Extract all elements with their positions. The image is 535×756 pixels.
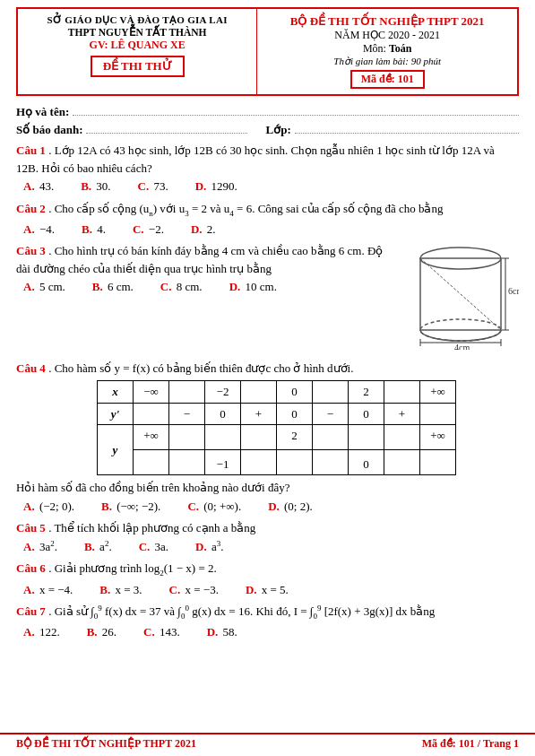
q7-c: C. 143. [143,623,180,641]
q4-text: . Cho hàm số y = f(x) có bảng biến thiên… [48,361,353,375]
q5-b: B. a2. [84,538,112,556]
q4-b: B. (−∞; −2). [101,498,160,516]
school-text: THPT NGUYỄN TẤT THÀNH [27,26,247,39]
ho-ten-label: Họ và tên: [16,105,69,119]
table-row-y-top: y +∞ 2 +∞ [98,425,456,450]
q6-answers: A. x = −4. B. x = 3. C. x = −3. D. x = 5… [16,581,519,599]
ma-de-value: 101 [398,73,414,85]
q4-answers: A. (−2; 0). B. (−∞; −2). C. (0; +∞). D. … [16,498,519,516]
q1-a: A. 43. [23,178,54,196]
q1-b: B. 30. [81,178,110,196]
footer: BỘ ĐỀ THI TỐT NGHIỆP THPT 2021 Mã đề: 10… [0,733,535,751]
q3-answers: A. 5 cm. B. 6 cm. C. 8 cm. D. 10 cm. [16,278,393,296]
q2-a: A. −4. [23,221,55,239]
q3-label: Câu 3 [16,244,46,257]
q2-d: D. 2. [191,221,216,239]
q7-text: . Giả sử [48,604,91,618]
q5-answers: A. 3a2. B. a2. C. 3a. D. a3. [16,538,519,556]
q1-text: . Lớp 12A có 43 học sinh, lớp 12B có 30 … [16,143,495,175]
q1-d: D. 1290. [195,178,237,196]
ma-de-label: Mã đề: [361,73,395,85]
header-right: BỘ ĐỀ THI TỐT NGHIỆP THPT 2021 NĂM HỌC 2… [257,9,517,94]
time-value: 90 phút [411,56,441,66]
q6-b: B. x = 3. [99,581,142,599]
form-section: Họ và tên: Số báo danh: Lớp: [16,103,519,137]
q5-text: . Thể tích khối lập phương có cạnh a bằn… [48,521,255,534]
exam-badge: ĐỀ THI THỬ [91,56,185,77]
variation-table: x −∞ −2 0 2 +∞ y' − [97,380,456,475]
q4-subquestion: Hỏi hàm số đã cho đồng biến trên khoảng … [16,479,519,497]
q3-b: B. 6 cm. [92,278,134,296]
q6-text: . Giải phương trình log2(1 − x) = 2. [48,561,217,575]
q3-a: A. 5 cm. [23,278,65,296]
q3-text: . Cho hình trụ có bán kính đáy bằng 4 cm… [16,244,383,275]
variation-table-wrapper: x −∞ −2 0 2 +∞ y' − [34,380,519,475]
q4-a: A. (−2; 0). [23,498,74,516]
so-bao-danh-label: Số báo danh: [16,123,82,137]
ma-de-badge: Mã đề: 101 [350,70,425,89]
q7-b: B. 26. [87,623,116,641]
table-row-x: x −∞ −2 0 2 +∞ [98,381,456,404]
question-5: Câu 5 . Thể tích khối lập phương có cạnh… [16,519,519,555]
q1-label: Câu 1 [16,143,46,157]
q7-integral-expr: ∫09 f(x) dx = 37 và ∫00 g(x) dx = 16. Kh… [91,604,435,618]
q2-b: B. 4. [82,221,106,239]
teacher-text: GV: LÊ QUANG XE [27,39,247,52]
ministry-text: SỞ GIÁO DỤC VÀ ĐÀO TẠO GIA LAI [27,14,247,26]
q3-d: D. 10 cm. [229,278,277,296]
svg-text:6cm: 6cm [508,286,519,296]
q4-d: D. (0; 2). [268,498,313,516]
footer-right: Mã đề: 101 / Trang 1 [422,737,519,751]
q6-c: C. x = −3. [169,581,219,599]
q5-a: A. 3a2. [23,538,57,556]
q3-c: C. 8 cm. [160,278,203,296]
q2-text: . Cho cấp số cộng (un) với u3 = 2 và u4 … [48,202,443,215]
cylinder-svg: 6cm 4cm [402,242,519,350]
q7-answers: A. 122. B. 26. C. 143. D. 58. [16,623,519,641]
subject-value: Toán [389,42,412,55]
q2-c: C. −2. [133,221,164,239]
q6-d: D. x = 5. [246,581,289,599]
q4-label: Câu 4 [16,361,46,375]
question-4: Câu 4 . Cho hàm số y = f(x) có bảng biến… [16,360,519,516]
q3-text-section: Câu 3 . Cho hình trụ có bán kính đáy bằn… [16,242,393,296]
question-7: Câu 7 . Giả sử ∫09 f(x) dx = 37 và ∫00 g… [16,603,519,641]
question-1: Câu 1 . Lớp 12A có 43 học sinh, lớp 12B … [16,142,519,196]
subject-label: Môn: [363,42,386,55]
lop-label: Lớp: [265,123,290,137]
q5-c: C. 3a. [139,538,168,556]
q7-d: D. 58. [207,623,237,641]
question-6: Câu 6 . Giải phương trình log2(1 − x) = … [16,560,519,598]
question-2: Câu 2 . Cho cấp số cộng (un) với u3 = 2 … [16,200,519,239]
header: SỞ GIÁO DỤC VÀ ĐÀO TẠO GIA LAI THPT NGUY… [16,7,519,96]
footer-left: BỘ ĐỀ THI TỐT NGHIỆP THPT 2021 [16,737,196,751]
q4-c: C. (0; +∞). [187,498,241,516]
svg-text:4cm: 4cm [454,343,470,350]
question-3: Câu 3 . Cho hình trụ có bán kính đáy bằn… [16,242,519,355]
q1-answers: A. 43. B. 30. C. 73. D. 1290. [16,178,519,196]
table-row-yprime: y' − 0 + 0 − 0 + [98,403,456,425]
q6-label: Câu 6 [16,561,46,575]
q6-a: A. x = −4. [23,581,73,599]
cylinder-diagram: 6cm 4cm [402,242,519,355]
time-line: Thời gian làm bài: 90 phút [266,56,508,67]
q5-label: Câu 5 [16,521,46,534]
q5-d: D. a3. [195,538,223,556]
header-left: SỞ GIÁO DỤC VÀ ĐÀO TẠO GIA LAI THPT NGUY… [18,9,257,94]
q7-a: A. 122. [23,623,60,641]
q7-label: Câu 7 [16,604,46,618]
table-row-y-bot: −1 0 [98,450,456,475]
q1-c: C. 73. [138,178,168,196]
q2-answers: A. −4. B. 4. C. −2. D. 2. [16,221,519,239]
exam-title: BỘ ĐỀ THI TỐT NGHIỆP THPT 2021 [266,14,508,29]
q2-label: Câu 2 [16,202,46,215]
subject-line: Môn: Toán [266,42,508,56]
exam-year: NĂM HỌC 2020 - 2021 [266,29,508,42]
time-label: Thời gian làm bài: [333,56,409,66]
